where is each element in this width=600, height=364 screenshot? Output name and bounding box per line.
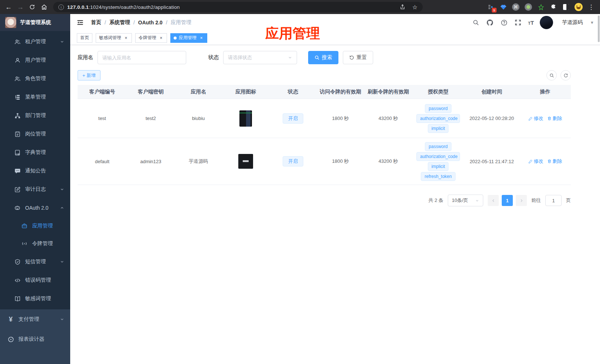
sidebar-item-label: 租户管理: [25, 38, 46, 45]
edit-link[interactable]: 修改: [528, 115, 543, 122]
green-star-icon[interactable]: [536, 3, 545, 11]
status-badge: 开启: [283, 156, 303, 166]
font-size-icon[interactable]: TT: [528, 20, 534, 26]
reload-icon[interactable]: [27, 1, 38, 13]
delete-link[interactable]: 删除: [547, 158, 562, 165]
record-circle-icon[interactable]: [524, 3, 533, 11]
tab-home[interactable]: 首页: [77, 33, 92, 43]
refresh-table-button[interactable]: [560, 70, 571, 80]
split-square-icon[interactable]: [562, 3, 570, 11]
navbar-actions: TT 芋道源码 ▼: [472, 16, 594, 29]
sidebar-item-audit-log[interactable]: 审计日志: [0, 180, 70, 199]
cell-grant-types: password authorization_code implicit: [412, 104, 464, 133]
col-client-secret: 客户端密钥: [127, 89, 175, 95]
caret-down-icon[interactable]: ▼: [590, 20, 594, 25]
toggle-search-button[interactable]: [546, 70, 557, 80]
close-icon[interactable]: ×: [123, 35, 129, 41]
search-icon[interactable]: [472, 18, 480, 27]
sidebar-item-sms[interactable]: 短信管理: [0, 253, 70, 271]
gem-icon[interactable]: [499, 3, 508, 11]
info-circle-icon[interactable]: i: [58, 4, 64, 10]
breadcrumb-system[interactable]: 系统管理: [109, 19, 130, 26]
sidebar-item-role[interactable]: 角色管理: [0, 69, 70, 88]
help-circle-icon[interactable]: [500, 18, 508, 27]
reset-button[interactable]: 重置: [343, 51, 373, 64]
profile-emoji-avatar[interactable]: [574, 3, 583, 11]
prev-page-button[interactable]: [488, 195, 499, 206]
bookmark-star-icon[interactable]: ☆: [412, 4, 417, 11]
goto-page-input[interactable]: [545, 195, 562, 206]
sidebar-item-notice[interactable]: 通知公告: [0, 162, 70, 180]
forward-arrow-icon[interactable]: →: [15, 1, 26, 13]
sidebar-item-oauth2[interactable]: OAuth 2.0: [0, 199, 70, 217]
back-arrow-icon[interactable]: ←: [3, 1, 14, 13]
sidebar-item-label: 错误码管理: [25, 277, 51, 284]
goto-label: 前往: [531, 197, 541, 204]
grant-tag: implicit: [428, 124, 449, 133]
tab-application-active[interactable]: 应用管理×: [170, 33, 207, 43]
page-number-button[interactable]: 1: [502, 195, 513, 206]
app-name-input[interactable]: [98, 51, 186, 64]
col-app-icon: 应用图标: [222, 89, 269, 95]
add-button-label: 新增: [87, 72, 96, 79]
breadcrumb-oauth[interactable]: OAuth 2.0: [138, 20, 163, 25]
fullscreen-icon[interactable]: [514, 18, 522, 27]
sidebar-item-menu[interactable]: 菜单管理: [0, 88, 70, 106]
user-avatar[interactable]: [540, 16, 553, 29]
chevron-left-icon: [491, 199, 495, 203]
sidebar-item-dict[interactable]: 字典管理: [0, 143, 70, 162]
search-button[interactable]: 搜索: [308, 51, 338, 64]
edit-link[interactable]: 修改: [528, 158, 543, 165]
chevron-down-icon: [60, 317, 64, 322]
logo-area[interactable]: 芋道管理系统: [0, 14, 70, 31]
puzzle-icon[interactable]: [549, 3, 558, 11]
breadcrumb-separator: /: [105, 20, 106, 25]
command-circle-icon[interactable]: ⌘: [511, 3, 520, 11]
extension-grid-icon[interactable]: 9: [486, 3, 495, 11]
app-icon-image: [238, 154, 253, 169]
kebab-menu-icon[interactable]: ⋮: [587, 3, 596, 11]
dictionary-book-icon: [14, 150, 21, 156]
sidebar-item-errcode[interactable]: 错误码管理: [0, 271, 70, 289]
home-icon[interactable]: [38, 1, 50, 13]
sidebar-item-post[interactable]: 岗位管理: [0, 125, 70, 143]
sidebar-item-pay[interactable]: ¥ 支付管理: [0, 309, 70, 329]
briefcase-icon: [21, 223, 28, 229]
sidebar-item-sensitive-word[interactable]: 敏感词管理: [0, 289, 70, 308]
sidebar-item-user[interactable]: 用户管理: [0, 51, 70, 69]
badge-icon: [14, 131, 21, 137]
yen-icon: ¥: [7, 316, 14, 323]
hamburger-fold-icon[interactable]: [76, 18, 84, 27]
sidebar-item-dept[interactable]: 部门管理: [0, 106, 70, 125]
share-icon[interactable]: [400, 4, 405, 10]
tab-token[interactable]: 令牌管理×: [135, 33, 167, 43]
sidebar-item-report-designer[interactable]: 报表设计器: [0, 329, 70, 349]
page-size-select[interactable]: 10条/页: [448, 195, 483, 206]
status-select[interactable]: 请选择状态: [223, 51, 297, 64]
breadcrumb-separator: /: [133, 20, 135, 25]
pagination: 共 2 条 10条/页 1 前往 页: [78, 195, 571, 206]
status-select-placeholder: 请选择状态: [228, 54, 252, 61]
active-dot: [174, 37, 177, 40]
breadcrumb-current: 应用管理: [171, 19, 191, 26]
url-host: 127.0.0.1: [67, 4, 89, 10]
sidebar-item-oauth2-application[interactable]: 应用管理: [0, 217, 70, 235]
sidebar-menu: 租户管理 用户管理 角色管理 菜单管理 部门管理: [0, 31, 70, 364]
url-bar[interactable]: i 127.0.0.1:1024/system/oauth2/oauth2/ap…: [53, 2, 423, 12]
close-icon[interactable]: ×: [158, 35, 164, 41]
page-unit-label: 页: [566, 197, 571, 204]
breadcrumb: 首页 / 系统管理 / OAuth 2.0 / 应用管理: [91, 19, 191, 26]
add-button[interactable]: + 新增: [78, 70, 100, 80]
next-page-button[interactable]: [516, 195, 527, 206]
github-icon[interactable]: [486, 18, 494, 27]
delete-link[interactable]: 删除: [547, 115, 562, 122]
close-icon[interactable]: ×: [199, 35, 204, 41]
sidebar-item-oauth2-token[interactable]: A 令牌管理: [0, 235, 70, 253]
cell-refresh-validity: 43200 秒: [364, 115, 412, 122]
tab-sensitive-word[interactable]: 敏感词管理×: [96, 33, 132, 43]
breadcrumb-home[interactable]: 首页: [91, 19, 101, 26]
org-chart-icon: [14, 113, 21, 119]
page-scrollbar-thumb[interactable]: [598, 16, 600, 42]
sidebar-item-label: 应用管理: [32, 223, 53, 229]
sidebar-item-tenant[interactable]: 租户管理: [0, 32, 70, 51]
